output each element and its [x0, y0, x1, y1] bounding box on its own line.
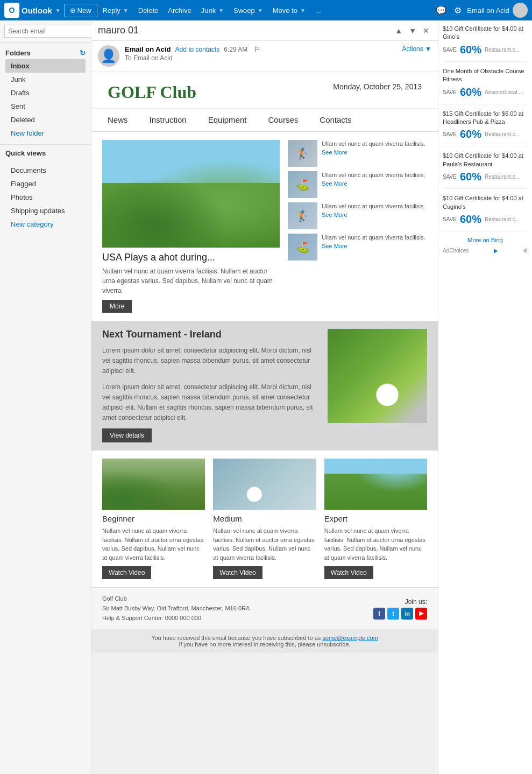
actions-button[interactable]: Actions ▼	[402, 45, 431, 53]
ad-choices: AdChoices ▶ ⚙	[443, 248, 528, 254]
settings-icon-ad[interactable]: ⚙	[523, 248, 528, 254]
drafts-label: Drafts	[11, 89, 30, 97]
ad-save-label-3: SAVE	[443, 131, 457, 137]
folders-label: Folders	[5, 49, 31, 57]
sidebar-item-photos[interactable]: Photos	[5, 191, 86, 204]
settings-icon-button[interactable]: ⚙	[452, 3, 464, 18]
sidebar-item-flagged[interactable]: Flagged	[5, 177, 86, 191]
chat-icon-button[interactable]: 💬	[434, 3, 449, 18]
expert-image	[324, 459, 427, 510]
sweep-button[interactable]: Sweep ▼	[229, 4, 267, 17]
sidebar-item-junk[interactable]: Junk	[5, 73, 86, 86]
golf-footer: Golf Club Sir Matt Busby Way, Old Traffo…	[91, 587, 438, 629]
medium-image	[213, 459, 316, 510]
ad-choices-label: AdChoices	[443, 248, 469, 254]
ad-pct-5: 60%	[460, 213, 481, 226]
join-us-label: Join us:	[405, 598, 427, 606]
golfer-image	[102, 140, 280, 248]
sidebar-item-drafts[interactable]: Drafts	[5, 86, 86, 100]
join-us: Join us: f t in ▶	[373, 598, 427, 620]
watch-video-beginner[interactable]: Watch Video	[102, 566, 151, 579]
side-item-4: ⛳ Ullam vel nunc at quam viverra facilis…	[288, 234, 427, 261]
logo-dropdown-arrow[interactable]: ▼	[55, 8, 61, 13]
email-body[interactable]: GOLF Club Monday, October 25, 2013 News …	[91, 72, 438, 774]
watch-video-expert[interactable]: Watch Video	[324, 566, 373, 579]
facebook-icon[interactable]: f	[373, 608, 385, 620]
view-details-button[interactable]: View details	[102, 428, 152, 442]
prev-email-button[interactable]: ▲	[393, 25, 405, 36]
add-contacts-link[interactable]: Add to contacts	[175, 46, 219, 53]
ad-title-2: One Month of Obstacle Course Fitness	[443, 67, 528, 84]
sidebar-item-sent[interactable]: Sent	[5, 100, 86, 113]
user-avatar[interactable]	[513, 3, 528, 18]
nav-equipment[interactable]: Equipment	[208, 115, 247, 124]
quick-views-section: Documents Flagged Photos Shipping update…	[0, 159, 91, 233]
youtube-icon[interactable]: ▶	[415, 608, 427, 620]
inbox-label: Inbox	[11, 62, 30, 70]
nav-news[interactable]: News	[108, 115, 128, 124]
junk-button[interactable]: Junk ▼	[197, 4, 228, 17]
see-more-4[interactable]: See More	[322, 243, 347, 249]
ad-pct-4: 60%	[460, 171, 481, 183]
archive-button[interactable]: Archive	[164, 4, 195, 17]
outlook-logo[interactable]: O Outlook ▼	[4, 3, 61, 18]
golf-unsubscribe: You have received this email because you…	[91, 629, 438, 653]
more-button[interactable]: ...	[311, 4, 325, 17]
ad-item-1: $10 Gift Certificate for $4.00 at Gino's…	[443, 25, 528, 62]
ad-item-2: One Month of Obstacle Course Fitness SAV…	[443, 67, 528, 104]
shipping-label: Shipping updates	[11, 207, 65, 215]
see-more-3[interactable]: See More	[322, 212, 347, 218]
flag-icon[interactable]: 🏳	[254, 45, 261, 53]
delete-button[interactable]: Delete	[134, 4, 163, 17]
quick-views-header: Quick views	[0, 144, 91, 159]
refresh-icon[interactable]: ↻	[80, 49, 86, 57]
ad-choices-icon: ▶	[494, 248, 498, 254]
sidebar-item-inbox[interactable]: Inbox	[5, 59, 86, 73]
tournament-image	[328, 329, 427, 423]
new-button[interactable]: ⊕ New	[64, 4, 97, 17]
move-to-button[interactable]: Move to ▼	[268, 4, 310, 17]
side-text-1: Ullam vel nunc at quam viverra facilisis…	[322, 140, 425, 148]
sidebar-item-shipping[interactable]: Shipping updates	[5, 204, 86, 217]
tournament-title: Next Tournament - Ireland	[102, 329, 320, 340]
sidebar-item-new-category[interactable]: New category	[5, 217, 86, 231]
see-more-2[interactable]: See More	[322, 180, 347, 187]
close-email-button[interactable]: ✕	[421, 25, 431, 36]
medium-text: Nullam vel nunc at quam viverra facilisi…	[213, 526, 316, 562]
reply-label: Reply	[103, 6, 120, 15]
sidebar-item-new-folder[interactable]: New folder	[5, 126, 86, 140]
footer-info: Golf Club Sir Matt Busby Way, Old Traffo…	[102, 594, 250, 623]
tournament-text: Next Tournament - Ireland Lorem ipsum do…	[102, 329, 320, 442]
sidebar-item-deleted[interactable]: Deleted	[5, 113, 86, 126]
club-image-3: 🏌	[288, 202, 317, 229]
ad-title-1: $10 Gift Certificate for $4.00 at Gino's	[443, 25, 528, 41]
golf-title: GOLF Club	[108, 82, 196, 102]
nav-instruction[interactable]: Instruction	[150, 115, 187, 124]
see-more-1[interactable]: See More	[322, 149, 347, 156]
watch-video-medium[interactable]: Watch Video	[213, 566, 262, 579]
ad-merchant-4: Restaurant.c...	[485, 174, 520, 180]
news-headline: USA Plays a ahot during...	[102, 252, 280, 263]
ad-pct-1: 60%	[460, 44, 481, 56]
nav-contacts[interactable]: Contacts	[320, 115, 351, 124]
twitter-icon[interactable]: t	[387, 608, 399, 620]
linkedin-icon[interactable]: in	[401, 608, 413, 620]
more-on-bing-link[interactable]: More on Bing	[443, 237, 528, 243]
tournament-p2: Lorem ipsum dolor sit amet, consectetur …	[102, 382, 320, 424]
next-email-button[interactable]: ▼	[407, 25, 418, 36]
reply-button[interactable]: Reply ▼	[98, 4, 133, 17]
golf-difficulty-section: Beginner Nullam vel nunc at quam viverra…	[91, 451, 438, 587]
new-label: New	[77, 6, 91, 15]
more-button[interactable]: More	[102, 300, 132, 313]
junk-label: Junk	[11, 75, 25, 83]
email-meta-info: Email on Acid Add to contacts 6:29 AM 🏳 …	[125, 45, 396, 62]
sidebar-item-documents[interactable]: Documents	[5, 164, 86, 177]
unsubscribe-email[interactable]: some@example.com	[322, 635, 378, 641]
footer-address: Sir Matt Busby Way, Old Trafford, Manche…	[102, 604, 250, 614]
club-image-2: ⛳	[288, 171, 317, 198]
search-input[interactable]	[4, 25, 93, 38]
ad-save-label-5: SAVE	[443, 216, 457, 222]
nav-courses[interactable]: Courses	[268, 115, 298, 124]
quick-views-label: Quick views	[5, 149, 46, 157]
move-to-label: Move to	[273, 6, 297, 15]
